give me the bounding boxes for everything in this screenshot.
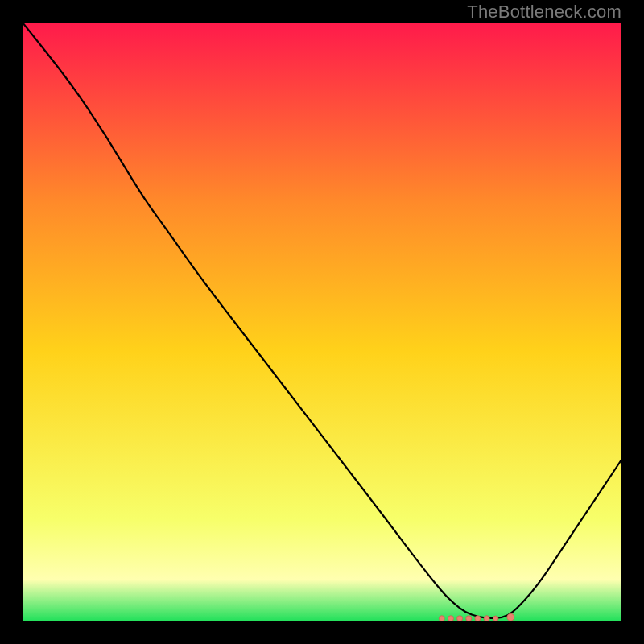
watermark-text: TheBottleneck.com xyxy=(467,2,621,23)
svg-point-3 xyxy=(457,616,463,621)
svg-point-5 xyxy=(475,616,481,621)
svg-point-6 xyxy=(484,616,489,621)
bottleneck-chart xyxy=(23,23,621,621)
svg-point-8 xyxy=(507,613,514,621)
svg-point-1 xyxy=(439,616,444,621)
svg-point-2 xyxy=(448,616,453,621)
svg-point-7 xyxy=(493,616,498,621)
svg-rect-0 xyxy=(23,23,621,621)
svg-point-4 xyxy=(466,616,472,621)
